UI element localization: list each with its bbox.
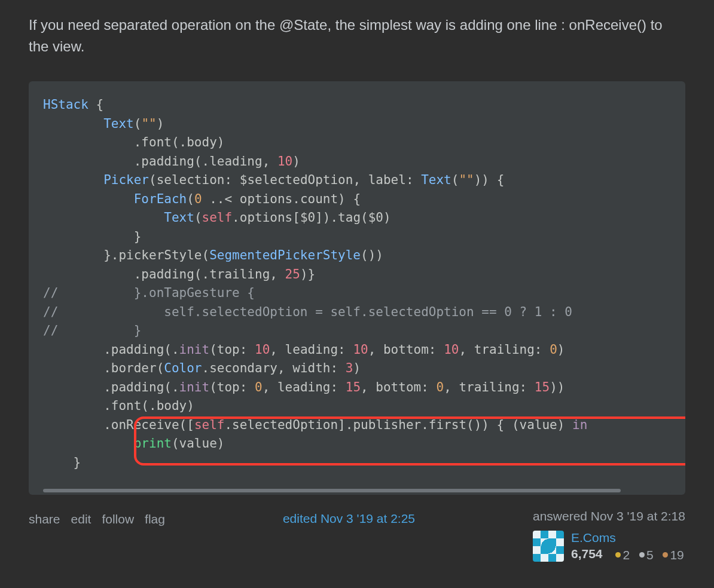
- user-card: E.Coms 6,754 2 5 19: [533, 529, 685, 563]
- answer-body-text: If you need separated operation on the @…: [29, 14, 685, 57]
- answered-block: answered Nov 3 '19 at 2:18 E.Coms 6,754 …: [533, 509, 685, 563]
- answer-actions: share edit follow flag: [29, 509, 165, 529]
- user-stats: 6,754 2 5 19: [571, 546, 684, 563]
- avatar[interactable]: [533, 531, 564, 562]
- bronze-badge-count: 19: [670, 548, 684, 562]
- code-content: HStack { Text("") .font(.body) .padding(…: [43, 96, 671, 486]
- user-name-link[interactable]: E.Coms: [571, 529, 684, 546]
- silver-badge-icon: [639, 552, 645, 558]
- horizontal-scroll-thumb[interactable]: [43, 489, 621, 492]
- edited-timestamp[interactable]: edited Nov 3 '19 at 2:25: [283, 512, 415, 526]
- follow-link[interactable]: follow: [102, 509, 134, 529]
- user-reputation: 6,754: [571, 547, 603, 561]
- bronze-badge-icon: [663, 552, 668, 558]
- edit-link[interactable]: edit: [71, 509, 91, 529]
- user-details: E.Coms 6,754 2 5 19: [571, 529, 684, 563]
- answered-timestamp: answered Nov 3 '19 at 2:18: [533, 509, 685, 523]
- flag-link[interactable]: flag: [145, 509, 165, 529]
- share-link[interactable]: share: [29, 509, 60, 529]
- answer-container: If you need separated operation on the @…: [0, 0, 714, 587]
- answer-meta-row: share edit follow flag edited Nov 3 '19 …: [29, 509, 685, 563]
- gold-badge-count: 2: [623, 548, 630, 562]
- horizontal-scrollbar[interactable]: [43, 486, 671, 495]
- code-block: HStack { Text("") .font(.body) .padding(…: [29, 81, 685, 495]
- gold-badge-icon: [615, 552, 621, 558]
- silver-badge-count: 5: [646, 548, 654, 562]
